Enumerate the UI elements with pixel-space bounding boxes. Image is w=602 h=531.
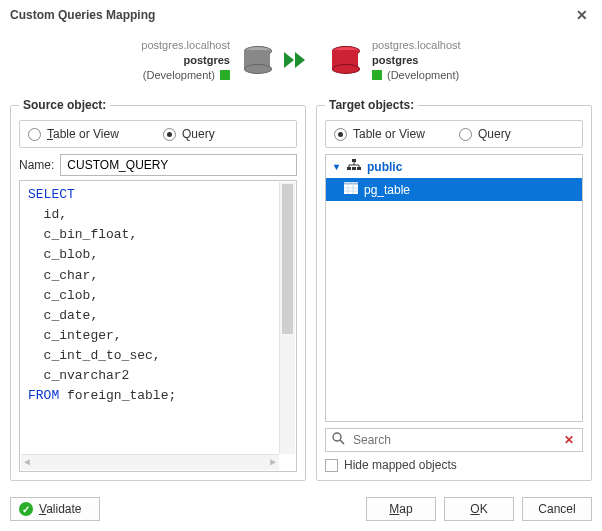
target-radio-query[interactable]: Query — [459, 127, 574, 141]
title-bar: Custom Queries Mapping ✕ — [0, 0, 602, 29]
svg-rect-5 — [357, 167, 361, 170]
radio-icon — [28, 128, 41, 141]
source-env: (Development) — [143, 69, 215, 81]
source-host: postgres.localhost — [141, 39, 230, 51]
svg-line-19 — [340, 440, 344, 444]
source-radio-query[interactable]: Query — [163, 127, 288, 141]
sql-editor[interactable]: SELECT id, c_bin_float, c_blob, c_char, … — [19, 180, 297, 472]
schema-node[interactable]: ▾ public — [326, 155, 582, 178]
svg-rect-2 — [352, 159, 356, 162]
target-host: postgres.localhost — [372, 39, 461, 51]
target-connection: postgres.localhost postgres (Development… — [372, 39, 461, 81]
target-legend: Target objects: — [325, 98, 418, 112]
ok-button[interactable]: OK — [444, 497, 514, 521]
search-input[interactable] — [351, 432, 556, 448]
hide-mapped-label: Hide mapped objects — [344, 458, 457, 472]
dialog-title: Custom Queries Mapping — [10, 8, 155, 22]
vertical-scrollbar[interactable] — [279, 182, 295, 454]
svg-point-18 — [333, 433, 341, 441]
source-connection: postgres.localhost postgres (Development… — [141, 39, 230, 81]
connection-summary: postgres.localhost postgres (Development… — [0, 29, 602, 98]
source-env-color-icon — [220, 70, 230, 80]
target-objects-panel: Target objects: Table or View Query ▾ pu… — [316, 98, 592, 481]
target-object-tree[interactable]: ▾ public pg_table — [325, 154, 583, 422]
svg-marker-0 — [284, 52, 294, 68]
horizontal-scrollbar[interactable]: ◄► — [21, 454, 279, 470]
target-type-radio-group: Table or View Query — [325, 120, 583, 148]
name-label: Name: — [19, 158, 54, 172]
radio-icon — [163, 128, 176, 141]
dialog-footer: ✓ Validate Map OK Cancel — [0, 489, 602, 531]
table-icon — [344, 182, 358, 197]
source-object-panel: Source object: Table or View Query Name:… — [10, 98, 306, 481]
chevron-down-icon: ▾ — [334, 161, 339, 172]
radio-icon — [459, 128, 472, 141]
target-env-color-icon — [372, 70, 382, 80]
source-legend: Source object: — [19, 98, 110, 112]
svg-rect-4 — [352, 167, 356, 170]
check-icon: ✓ — [19, 502, 33, 516]
target-radio-table[interactable]: Table or View — [334, 127, 449, 141]
cancel-button[interactable]: Cancel — [522, 497, 592, 521]
target-db-icon — [332, 46, 358, 74]
source-type-radio-group: Table or View Query — [19, 120, 297, 148]
schema-label: public — [367, 160, 402, 174]
map-button[interactable]: Map — [366, 497, 436, 521]
query-name-input[interactable] — [60, 154, 297, 176]
search-icon — [332, 432, 345, 448]
radio-icon — [334, 128, 347, 141]
hide-mapped-row[interactable]: Hide mapped objects — [325, 458, 583, 472]
schema-icon — [347, 159, 361, 174]
source-db: postgres — [184, 54, 230, 66]
clear-search-icon[interactable]: ✕ — [562, 433, 576, 447]
svg-marker-1 — [295, 52, 305, 68]
hide-mapped-checkbox[interactable] — [325, 459, 338, 472]
source-db-icon — [244, 46, 270, 74]
target-db: postgres — [372, 54, 418, 66]
svg-rect-3 — [347, 167, 351, 170]
source-radio-table[interactable]: Table or View — [28, 127, 153, 141]
validate-button[interactable]: ✓ Validate — [10, 497, 100, 521]
transfer-arrow-icon — [284, 50, 318, 70]
table-label: pg_table — [364, 183, 410, 197]
close-icon[interactable]: ✕ — [572, 7, 592, 23]
table-node-selected[interactable]: pg_table — [326, 178, 582, 201]
target-search[interactable]: ✕ — [325, 428, 583, 452]
target-env: (Development) — [387, 69, 459, 81]
